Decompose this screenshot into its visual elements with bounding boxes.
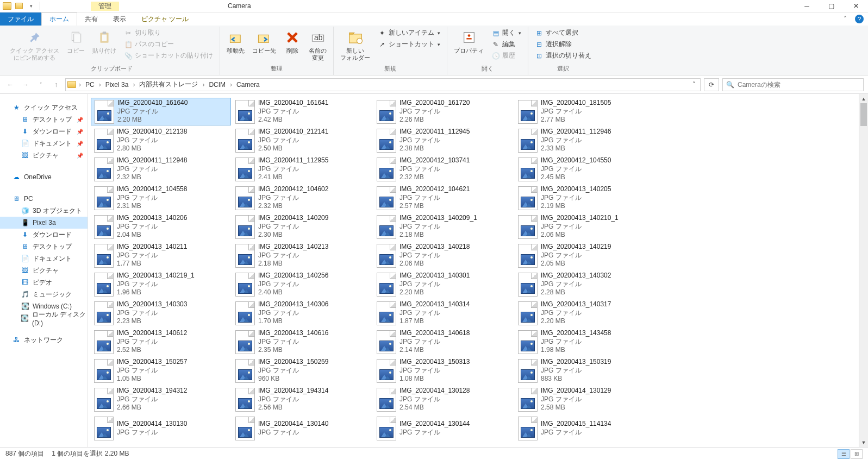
icons-view-button[interactable]: ⊞ [851, 449, 863, 459]
tree-pc[interactable]: 🖥PC [0, 193, 88, 205]
tab-file[interactable]: ファイル [0, 12, 41, 26]
new-item-button[interactable]: ✦新しいアイテム▾ [376, 28, 442, 38]
ribbon-collapse-button[interactable]: ˄ [840, 14, 851, 24]
tree-3d-objects[interactable]: 🧊3D オブジェクト [0, 205, 88, 217]
paste-shortcut-button[interactable]: 📎ショートカットの貼り付け [122, 51, 215, 61]
file-item[interactable]: IMG_20200412_104621JPG ファイル2.57 MB [373, 184, 514, 212]
navigation-tree[interactable]: ★クイック アクセス 🖥デスクトップ📌 ⬇ダウンロード📌 📄ドキュメント📌 🖼ピ… [0, 94, 88, 447]
tree-videos[interactable]: 🎞ビデオ [0, 276, 88, 288]
file-item[interactable]: IMG_20200413_140206JPG ファイル2.04 MB [91, 213, 231, 241]
file-item[interactable]: IMG_20200413_143458JPG ファイル1.98 MB [515, 328, 655, 356]
file-item[interactable]: IMG_20200410_181505JPG ファイル2.77 MB [515, 98, 655, 125]
tab-share[interactable]: 共有 [77, 12, 105, 26]
file-item[interactable]: IMG_20200414_130140JPG ファイル [232, 414, 372, 442]
tree-desktop2[interactable]: 🖥デスクトップ [0, 241, 88, 253]
tree-pictures2[interactable]: 🖼ピクチャ [0, 264, 88, 276]
tree-quick-access[interactable]: ★クイック アクセス [0, 102, 88, 114]
file-item[interactable]: IMG_20200412_104558JPG ファイル2.31 MB [91, 184, 231, 212]
file-item[interactable]: IMG_20200413_140612JPG ファイル2.52 MB [91, 328, 231, 356]
file-item[interactable]: IMG_20200412_103741JPG ファイル2.32 MB [373, 155, 514, 183]
breadcrumb-dcim[interactable]: DCIM [207, 79, 228, 91]
breadcrumb-storage[interactable]: 内部共有ストレージ [137, 79, 200, 91]
file-item[interactable]: IMG_20200411_112946JPG ファイル2.33 MB [515, 127, 655, 154]
file-item[interactable]: IMG_20200412_104550JPG ファイル2.45 MB [515, 155, 655, 183]
recent-dropdown[interactable]: ˅ [35, 79, 47, 91]
file-item[interactable]: IMG_20200413_140618JPG ファイル2.14 MB [373, 328, 514, 356]
minimize-button[interactable]: ─ [795, 0, 819, 12]
file-list[interactable]: IMG_20200410_161640JPG ファイル2.20 MBIMG_20… [88, 94, 859, 447]
file-item[interactable]: IMG_20200413_140306JPG ファイル1.70 MB [232, 299, 372, 327]
forward-button[interactable]: → [20, 79, 32, 91]
file-item[interactable]: IMG_20200413_140314JPG ファイル1.87 MB [373, 299, 514, 327]
file-item[interactable]: IMG_20200410_161640JPG ファイル2.20 MB [91, 98, 231, 125]
paste-button[interactable]: 貼り付け [90, 28, 118, 55]
file-item[interactable]: IMG_20200411_112945JPG ファイル2.38 MB [373, 127, 514, 154]
file-item[interactable]: IMG_20200415_114134JPG ファイル [515, 414, 655, 442]
properties-button[interactable]: プロパティ [452, 28, 486, 55]
qat-dropdown[interactable]: ▾ [26, 1, 36, 11]
copy-path-button[interactable]: 📋パスのコピー [122, 39, 215, 49]
tree-music[interactable]: 🎵ミュージック [0, 288, 88, 300]
file-item[interactable]: IMG_20200410_161641JPG ファイル2.42 MB [232, 98, 372, 125]
scroll-thumb[interactable] [860, 103, 867, 126]
tree-downloads2[interactable]: ⬇ダウンロード [0, 229, 88, 241]
file-item[interactable]: IMG_20200413_140302JPG ファイル2.28 MB [515, 270, 655, 298]
history-button[interactable]: 🕓履歴 [489, 51, 523, 61]
vertical-scrollbar[interactable]: ▲ ▼ [859, 94, 868, 447]
copy-to-button[interactable]: コピー先 [250, 28, 278, 55]
file-item[interactable]: IMG_20200414_130144JPG ファイル [373, 414, 514, 442]
select-all-button[interactable]: ⊞すべて選択 [533, 28, 594, 38]
file-item[interactable]: IMG_20200413_140209JPG ファイル2.30 MB [232, 213, 372, 241]
scroll-up-button[interactable]: ▲ [859, 94, 868, 103]
file-item[interactable]: IMG_20200414_130128JPG ファイル2.54 MB [373, 386, 514, 413]
open-button[interactable]: ▤開く▾ [489, 28, 523, 38]
new-shortcut-button[interactable]: ↗ショートカット▾ [376, 39, 442, 49]
move-to-button[interactable]: 移動先 [224, 28, 247, 55]
file-item[interactable]: IMG_20200413_140213JPG ファイル2.18 MB [232, 242, 372, 269]
file-item[interactable]: IMG_20200410_212138JPG ファイル2.80 MB [91, 127, 231, 154]
file-item[interactable]: IMG_20200411_112948JPG ファイル2.32 MB [91, 155, 231, 183]
chevron-right-icon[interactable]: › [201, 81, 205, 89]
delete-button[interactable]: 削除 [282, 28, 303, 55]
pin-to-quick-access-button[interactable]: クイック アクセス にピン留めする [8, 28, 61, 62]
tree-documents2[interactable]: 📄ドキュメント [0, 253, 88, 264]
refresh-button[interactable]: ⟳ [704, 78, 719, 91]
tree-downloads[interactable]: ⬇ダウンロード📌 [0, 125, 88, 137]
file-item[interactable]: IMG_20200413_150319JPG ファイル883 KB [515, 357, 655, 385]
file-item[interactable]: IMG_20200414_130129JPG ファイル2.58 MB [515, 386, 655, 413]
invert-selection-button[interactable]: ⊡選択の切り替え [533, 51, 594, 61]
file-item[interactable]: IMG_20200413_140219_1JPG ファイル1.96 MB [91, 270, 231, 298]
search-input[interactable] [738, 81, 860, 89]
new-folder-button[interactable]: 新しい フォルダー [338, 28, 372, 62]
up-button[interactable]: ↑ [50, 79, 62, 91]
file-item[interactable]: IMG_20200413_140616JPG ファイル2.35 MB [232, 328, 372, 356]
file-item[interactable]: IMG_20200413_140218JPG ファイル2.06 MB [373, 242, 514, 269]
breadcrumb-camera[interactable]: Camera [234, 79, 262, 91]
file-item[interactable]: IMG_20200413_194314JPG ファイル2.56 MB [232, 386, 372, 413]
rename-button[interactable]: ab 名前の 変更 [307, 28, 329, 62]
back-button[interactable]: ← [4, 79, 16, 91]
search-box[interactable]: 🔍 [722, 78, 864, 91]
file-item[interactable]: IMG_20200410_161720JPG ファイル2.26 MB [373, 98, 514, 125]
qat-button[interactable] [14, 1, 24, 11]
chevron-right-icon[interactable]: › [229, 81, 233, 89]
tree-local-d[interactable]: 💽ローカル ディスク (D:) [0, 312, 88, 324]
file-item[interactable]: IMG_20200413_140209_1JPG ファイル2.18 MB [373, 213, 514, 241]
file-item[interactable]: IMG_20200413_140210_1JPG ファイル2.06 MB [515, 213, 655, 241]
scroll-down-button[interactable]: ▼ [859, 438, 868, 447]
close-button[interactable]: ✕ [844, 0, 868, 12]
file-item[interactable]: IMG_20200412_104602JPG ファイル2.32 MB [232, 184, 372, 212]
file-item[interactable]: IMG_20200413_150257JPG ファイル1.05 MB [91, 357, 231, 385]
tree-onedrive[interactable]: ☁OneDrive [0, 171, 88, 183]
tab-view[interactable]: 表示 [105, 12, 134, 26]
file-item[interactable]: IMG_20200414_130130JPG ファイル [91, 414, 231, 442]
file-item[interactable]: IMG_20200413_140219JPG ファイル2.05 MB [515, 242, 655, 269]
file-item[interactable]: IMG_20200411_112955JPG ファイル2.41 MB [232, 155, 372, 183]
breadcrumb-device[interactable]: Pixel 3a [103, 79, 131, 91]
file-item[interactable]: IMG_20200413_150259JPG ファイル960 KB [232, 357, 372, 385]
tree-network[interactable]: 🖧ネットワーク [0, 334, 88, 346]
breadcrumb-pc[interactable]: PC [83, 79, 97, 91]
file-item[interactable]: IMG_20200413_140317JPG ファイル2.20 MB [515, 299, 655, 327]
tab-home[interactable]: ホーム [41, 12, 77, 26]
tree-documents[interactable]: 📄ドキュメント📌 [0, 137, 88, 149]
